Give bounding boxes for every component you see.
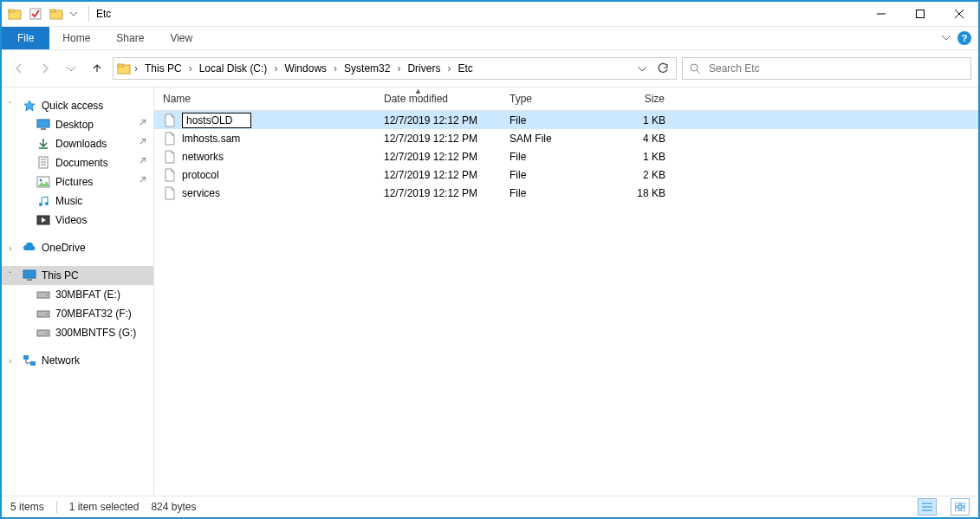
nav-item-label: Documents <box>55 157 108 169</box>
close-button[interactable] <box>939 2 978 26</box>
file-row[interactable]: services12/7/2019 12:12 PMFile18 KB <box>154 184 978 202</box>
tab-share[interactable]: Share <box>103 27 157 49</box>
file-icon <box>163 168 177 182</box>
nav-item-label: 30MBFAT (E:) <box>55 289 120 301</box>
title-separator <box>88 6 89 22</box>
help-icon[interactable]: ? <box>957 31 971 45</box>
search-box[interactable] <box>682 57 971 80</box>
chevron-right-icon[interactable]: › <box>187 62 194 75</box>
nav-item-label: 300MBNTFS (G:) <box>55 327 136 339</box>
chevron-right-icon[interactable]: › <box>395 62 402 75</box>
tab-home[interactable]: Home <box>49 27 103 49</box>
file-type: File <box>501 151 605 163</box>
nav-quick-music[interactable]: Music <box>2 191 153 211</box>
file-date: 12/7/2019 12:12 PM <box>375 187 501 199</box>
file-icon <box>163 114 177 127</box>
svg-rect-10 <box>118 64 123 67</box>
file-date: 12/7/2019 12:12 PM <box>375 133 501 145</box>
chevron-down-icon[interactable]: ˇ <box>9 271 11 281</box>
large-icons-view-button[interactable] <box>951 498 970 516</box>
nav-quick-access[interactable]: ˇ Quick access <box>2 96 153 115</box>
nav-item-label: Videos <box>55 214 87 226</box>
file-type: SAM File <box>501 133 605 145</box>
forward-button[interactable] <box>35 58 55 79</box>
properties-icon[interactable] <box>26 4 45 23</box>
drive-icon <box>36 307 50 321</box>
search-input[interactable] <box>707 62 965 75</box>
nav-drive[interactable]: 30MBFAT (E:) <box>2 285 153 304</box>
documents-icon <box>36 156 50 170</box>
breadcrumb-segment[interactable]: System32 <box>341 62 393 75</box>
file-size: 2 KB <box>605 169 674 181</box>
breadcrumb-segment[interactable]: Local Disk (C:) <box>196 62 271 75</box>
maximize-button[interactable] <box>900 2 939 26</box>
column-name[interactable]: Name ▲ <box>154 93 375 105</box>
file-type: File <box>501 169 605 181</box>
file-row[interactable]: protocol12/7/2019 12:12 PMFile2 KB <box>154 165 978 184</box>
pictures-icon <box>36 175 50 189</box>
drive-icon <box>36 326 50 340</box>
folder-icon[interactable] <box>5 4 24 23</box>
expand-ribbon-icon[interactable] <box>942 32 951 44</box>
address-dropdown-icon[interactable] <box>633 59 652 78</box>
chevron-right-icon[interactable]: › <box>9 243 11 253</box>
svg-rect-40 <box>955 508 959 511</box>
nav-item-label: 70MBFAT32 (F:) <box>55 308 132 320</box>
nav-drive[interactable]: 70MBFAT32 (F:) <box>2 304 153 323</box>
file-name: protocol <box>182 169 219 181</box>
qat-dropdown-icon[interactable] <box>68 4 80 23</box>
file-icon <box>163 132 177 146</box>
ribbon-tabs: File Home Share View ? <box>2 27 978 50</box>
search-icon <box>688 62 702 75</box>
rename-input[interactable]: hostsOLD <box>182 113 251 128</box>
breadcrumb-segment[interactable]: Windows <box>281 62 330 75</box>
nav-drive[interactable]: 300MBNTFS (G:) <box>2 323 153 342</box>
nav-quick-downloads[interactable]: Downloads <box>2 134 153 153</box>
chevron-down-icon[interactable]: ˇ <box>9 101 11 111</box>
file-size: 4 KB <box>605 133 674 145</box>
recent-locations-icon[interactable] <box>61 58 81 79</box>
column-size[interactable]: Size <box>605 93 674 105</box>
column-date[interactable]: Date modified <box>375 93 501 105</box>
column-type[interactable]: Type <box>501 93 605 105</box>
breadcrumb-segment[interactable]: Drivers <box>404 62 444 75</box>
file-size: 1 KB <box>605 151 674 163</box>
new-folder-icon[interactable] <box>47 4 66 23</box>
chevron-right-icon[interactable]: › <box>332 62 339 75</box>
navigation-pane[interactable]: ˇ Quick access DesktopDownloadsDocuments… <box>2 88 154 496</box>
nav-item-label: Pictures <box>55 176 93 188</box>
refresh-icon[interactable] <box>653 59 672 78</box>
nav-quick-pictures[interactable]: Pictures <box>2 172 153 191</box>
file-tab[interactable]: File <box>2 27 49 49</box>
file-list[interactable]: hostsOLD12/7/2019 12:12 PMFile1 KBlmhost… <box>154 111 978 496</box>
file-row[interactable]: lmhosts.sam12/7/2019 12:12 PMSAM File4 K… <box>154 129 978 147</box>
address-bar[interactable]: › This PC› Local Disk (C:)› Windows› Sys… <box>113 57 677 80</box>
nav-this-pc[interactable]: ˇ This PC <box>2 266 153 285</box>
chevron-right-icon[interactable]: › <box>272 62 279 75</box>
minimize-button[interactable] <box>861 2 900 26</box>
tab-view[interactable]: View <box>157 27 205 49</box>
up-button[interactable] <box>87 58 107 79</box>
file-row[interactable]: hostsOLD12/7/2019 12:12 PMFile1 KB <box>154 111 978 129</box>
breadcrumb-segment[interactable]: This PC <box>141 62 185 75</box>
nav-onedrive[interactable]: › OneDrive <box>2 238 153 257</box>
chevron-right-icon[interactable]: › <box>133 62 140 75</box>
nav-network[interactable]: › Network <box>2 351 153 370</box>
cloud-icon <box>23 241 36 255</box>
breadcrumb-segment[interactable]: Etc <box>454 62 476 75</box>
chevron-right-icon[interactable]: › <box>445 62 452 75</box>
details-view-button[interactable] <box>918 498 937 516</box>
status-selection: 1 item selected <box>69 501 140 513</box>
svg-rect-41 <box>961 508 965 511</box>
nav-quick-videos[interactable]: Videos <box>2 211 153 230</box>
svg-rect-14 <box>41 128 46 130</box>
svg-rect-32 <box>46 333 48 334</box>
nav-quick-desktop[interactable]: Desktop <box>2 115 153 134</box>
nav-quick-documents[interactable]: Documents <box>2 153 153 172</box>
back-button[interactable] <box>9 58 29 79</box>
svg-rect-34 <box>30 361 36 366</box>
file-row[interactable]: networks12/7/2019 12:12 PMFile1 KB <box>154 147 978 165</box>
svg-rect-4 <box>50 10 55 12</box>
chevron-right-icon[interactable]: › <box>9 356 11 366</box>
content-pane: Name ▲ Date modified Type Size hostsOLD1… <box>154 88 978 496</box>
